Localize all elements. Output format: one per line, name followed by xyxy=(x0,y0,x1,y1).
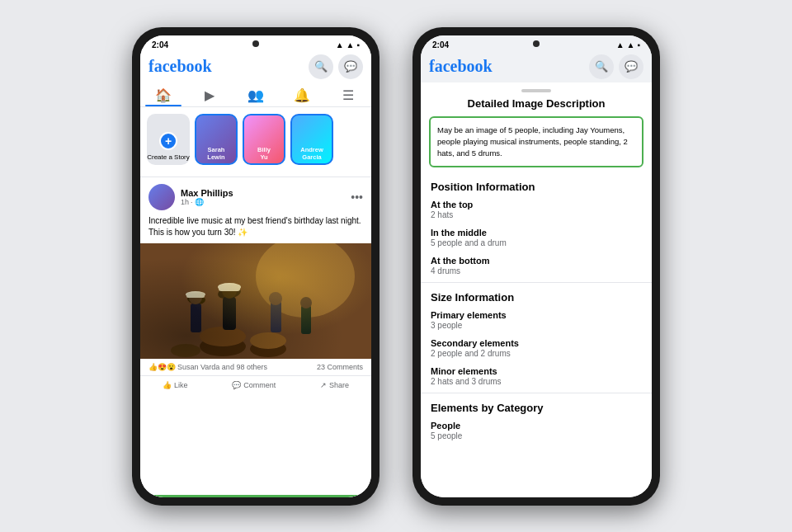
story-label-2: BillyYu xyxy=(257,146,271,161)
story-create-item[interactable]: + Create a Story xyxy=(147,114,190,165)
messenger-button-right[interactable]: 💬 xyxy=(619,54,644,79)
phone-screen-right: 2:04 ▲ ▲ ▪ facebook 🔍 💬 Detailed Image D… xyxy=(421,35,652,497)
like-button[interactable]: 👍 Like xyxy=(156,379,195,392)
position-top-label: At the top xyxy=(421,195,652,210)
comment-icon: 💬 xyxy=(232,381,241,389)
post-image xyxy=(140,243,371,359)
size-minor-value: 2 hats and 3 drums xyxy=(421,377,652,389)
share-label: Share xyxy=(329,381,349,389)
battery-icon-right: ▪ xyxy=(637,40,640,49)
reaction-emojis: 👍😍😮 Susan Varda and 98 others xyxy=(148,363,267,371)
status-time-right: 2:04 xyxy=(432,40,449,49)
story-create-plus-icon: + xyxy=(159,132,177,150)
share-button[interactable]: ↗ Share xyxy=(314,379,356,392)
comment-button[interactable]: 💬 Comment xyxy=(225,379,282,392)
fb-header-left: facebook 🔍 💬 xyxy=(140,51,371,82)
post-dot: · 🌐 xyxy=(191,198,204,206)
post-avatar xyxy=(148,184,175,210)
size-secondary-label: Secondary elements xyxy=(421,333,652,349)
post-user-details: Max Phillips 1h · 🌐 xyxy=(181,188,233,206)
post-text: Incredible live music at my best friend'… xyxy=(140,214,371,243)
phone-camera-right xyxy=(533,40,540,47)
detail-panel: Detailed Image Description May be an ima… xyxy=(421,82,652,497)
post-user-info: Max Phillips 1h · 🌐 xyxy=(148,184,233,210)
phone-right: 2:04 ▲ ▲ ▪ facebook 🔍 💬 Detailed Image D… xyxy=(412,27,660,506)
feed-post: Max Phillips 1h · 🌐 ••• Incredible live … xyxy=(140,177,371,497)
wifi-icon-right: ▲ xyxy=(627,40,635,49)
size-minor-label: Minor elements xyxy=(421,361,652,377)
post-time: 1h xyxy=(181,198,189,206)
reactions-count: Susan Varda and 98 others xyxy=(177,363,267,371)
size-secondary-value: 2 people and 2 drums xyxy=(421,349,652,361)
comment-label: Comment xyxy=(243,381,276,389)
battery-icon: ▪ xyxy=(356,40,360,49)
nav-tab-home[interactable]: 🏠 xyxy=(140,82,186,106)
fb-header-icons-right: 🔍 💬 xyxy=(589,54,644,79)
size-primary-label: Primary elements xyxy=(421,305,652,321)
comments-count: 23 Comments xyxy=(317,363,363,371)
like-label: Like xyxy=(174,381,188,389)
fb-logo-left: facebook xyxy=(148,57,212,76)
messenger-button[interactable]: 💬 xyxy=(338,54,363,79)
nav-tabs: 🏠 ▶ 👥 🔔 ☰ xyxy=(140,82,371,107)
story-create-label: Create a Story xyxy=(147,153,190,162)
signal-icon-right: ▲ xyxy=(616,40,625,49)
search-button-right[interactable]: 🔍 xyxy=(589,54,614,79)
share-icon: ↗ xyxy=(320,381,327,389)
status-icons-right: ▲ ▲ ▪ xyxy=(616,40,640,49)
story-item-2[interactable]: BillyYu xyxy=(243,114,285,165)
position-middle-label: In the middle xyxy=(421,223,652,238)
position-bottom-label: At the bottom xyxy=(421,251,652,266)
fb-logo-right: facebook xyxy=(429,57,493,76)
phone-camera-left xyxy=(252,40,259,47)
like-icon: 👍 xyxy=(163,381,172,389)
story-avatar-2[interactable]: BillyYu xyxy=(243,114,285,165)
category-section-title: Elements by Category xyxy=(421,397,652,416)
story-label-1: SarahLewin xyxy=(207,146,224,161)
divider-2 xyxy=(421,393,652,393)
post-actions: 👍 Like 💬 Comment ↗ Share xyxy=(140,376,371,394)
nav-tab-notifications[interactable]: 🔔 xyxy=(279,82,325,106)
story-avatar-3[interactable]: AndrewGarcia xyxy=(290,114,333,165)
status-icons-left: ▲ ▲ ▪ xyxy=(336,40,360,49)
position-middle-value: 5 people and a drum xyxy=(421,238,652,251)
stories-row: + Create a Story SarahLewin BillyYu Andr… xyxy=(140,107,371,172)
signal-icon: ▲ xyxy=(336,40,344,49)
category-people-label: People xyxy=(421,416,652,431)
position-section-title: Position Information xyxy=(421,176,652,195)
phone-screen-left: 2:04 ▲ ▲ ▪ facebook 🔍 💬 🏠 ▶ 👥 🔔 ☰ xyxy=(140,35,371,497)
story-avatar-1[interactable]: SarahLewin xyxy=(195,114,238,165)
fb-header-right: facebook 🔍 💬 xyxy=(421,51,652,82)
drag-handle[interactable] xyxy=(521,89,551,92)
post-meta: 1h · 🌐 xyxy=(181,198,233,206)
post-options-button[interactable]: ••• xyxy=(351,191,363,204)
fb-header-icons-left: 🔍 💬 xyxy=(309,54,363,79)
nav-tab-menu[interactable]: ☰ xyxy=(325,82,371,106)
detail-description-text: May be an image of 5 people, including J… xyxy=(437,125,628,158)
divider-1 xyxy=(421,282,652,283)
detail-description-box: May be an image of 5 people, including J… xyxy=(429,116,644,168)
search-button[interactable]: 🔍 xyxy=(309,54,333,79)
wifi-icon: ▲ xyxy=(346,40,355,49)
size-primary-value: 3 people xyxy=(421,321,652,333)
post-username: Max Phillips xyxy=(181,188,233,198)
story-create-thumb[interactable]: + Create a Story xyxy=(147,114,190,165)
detail-title: Detailed Image Description xyxy=(421,97,652,116)
story-label-3: AndrewGarcia xyxy=(300,146,323,161)
post-reactions: 👍😍😮 Susan Varda and 98 others 23 Comment… xyxy=(140,359,371,376)
status-time-left: 2:04 xyxy=(152,40,168,49)
nav-tab-friends[interactable]: 👥 xyxy=(233,82,279,106)
story-item-3[interactable]: AndrewGarcia xyxy=(290,114,333,165)
position-top-value: 2 hats xyxy=(421,210,652,223)
phone-left: 2:04 ▲ ▲ ▪ facebook 🔍 💬 🏠 ▶ 👥 🔔 ☰ xyxy=(132,27,380,506)
post-image-overlay xyxy=(140,243,371,359)
position-bottom-value: 4 drums xyxy=(421,266,652,279)
size-section-title: Size Information xyxy=(421,286,652,305)
nav-tab-video[interactable]: ▶ xyxy=(186,82,233,106)
category-people-value: 5 people xyxy=(421,431,652,444)
story-item-1[interactable]: SarahLewin xyxy=(195,114,238,165)
post-header: Max Phillips 1h · 🌐 ••• xyxy=(140,177,371,214)
